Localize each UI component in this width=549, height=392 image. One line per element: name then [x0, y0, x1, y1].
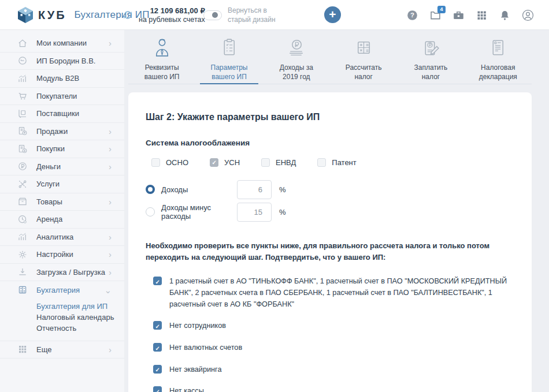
confirm-item-no-employees[interactable]: Нет сотрудников: [146, 320, 514, 332]
design-toggle-label: Вернуться в старый дизайн: [228, 6, 276, 24]
bell-icon[interactable]: [499, 9, 511, 21]
refresh-icon[interactable]: [123, 10, 133, 20]
checkbox-no-cash-register[interactable]: [153, 386, 162, 392]
tools-icon: [17, 179, 28, 189]
rate-row-income: Доходы %: [146, 180, 514, 199]
chevron-right-icon: ›: [109, 233, 112, 241]
sidebar-item-accounting[interactable]: Бухгалтерия⌄: [0, 281, 124, 299]
main-content: Реквизиты вашего ИП Параметры вашего ИП …: [124, 30, 549, 392]
user-avatar-icon[interactable]: [522, 9, 534, 21]
chevron-down-icon: ⌄: [104, 286, 112, 294]
tax-system-label: Система налогооблажения: [146, 139, 514, 147]
checkbox-no-acquiring[interactable]: [153, 365, 162, 374]
help-icon[interactable]: ?: [406, 9, 418, 21]
sidebar-item-services[interactable]: Услуги: [0, 176, 124, 193]
sidebar: Мои компании› ИП Бородин В.В. Модуль B2B…: [0, 30, 124, 392]
logo-text: КУБ: [38, 9, 66, 22]
sidebar-item-company[interactable]: ИП Бородин В.В.: [0, 53, 124, 70]
declaration-icon: [487, 37, 509, 58]
checkbox-patent[interactable]: [317, 158, 326, 167]
documents-icon[interactable]: 4: [429, 9, 442, 21]
document-down-icon: [17, 144, 28, 154]
tax-system-options: ОСНО УСН ЕНВД Патент: [146, 158, 514, 167]
sidebar-item-rent[interactable]: Аренда: [0, 211, 124, 229]
confirm-item-no-acquiring[interactable]: Нет эквайринга: [146, 364, 514, 376]
briefcase-icon[interactable]: [452, 9, 465, 21]
home-icon: [17, 38, 28, 48]
percent-sign: %: [279, 185, 286, 194]
rate-input-income[interactable]: [237, 180, 272, 199]
dolly-icon: [17, 109, 28, 119]
sidebar-item-b2b[interactable]: Модуль B2B: [0, 70, 124, 88]
sidebar-item-settings[interactable]: Настройки›: [0, 246, 124, 264]
checkbox-bank-accounts[interactable]: [153, 277, 162, 285]
documents-badge: 4: [437, 6, 446, 13]
tax-option-envd[interactable]: ЕНВД: [255, 158, 296, 167]
confirm-item-no-currency-accounts[interactable]: Нет валютных счетов: [146, 342, 514, 354]
tab-calculate-tax[interactable]: Рассчитать налог: [330, 30, 397, 84]
checklist-icon: [218, 37, 240, 58]
sidebar-item-analytics[interactable]: Аналитика›: [0, 229, 124, 247]
confirm-item-no-cash-register[interactable]: Нет кассы: [146, 386, 514, 392]
wizard-tabs: Реквизиты вашего ИП Параметры вашего ИП …: [128, 30, 532, 84]
clock-icon: [17, 214, 28, 225]
submenu-item-reporting[interactable]: Отчетность: [36, 323, 124, 334]
sidebar-item-money[interactable]: Деньги›: [0, 158, 124, 176]
submenu-item-tax-calendar[interactable]: Налоговый календарь: [36, 312, 124, 323]
rate-label-income-minus-expenses: Доходы минус расходы: [161, 203, 237, 221]
step-title: Шаг 2: Укажите параметры вашего ИП: [146, 112, 514, 122]
tab-pay-tax[interactable]: Заплатить налог: [397, 30, 464, 84]
toggle-switch[interactable]: [203, 10, 222, 20]
balance-widget: 12 109 681,00 ₽ на рублевых счетах: [123, 0, 205, 30]
tab-requisites[interactable]: Реквизиты вашего ИП: [128, 30, 195, 84]
checkbox-osno[interactable]: [151, 158, 160, 167]
sidebar-item-suppliers[interactable]: Поставщики: [0, 105, 124, 123]
calculator-icon: [17, 285, 28, 295]
confirm-checklist: 1 расчетный счет в АО "ТИНЬКОФФ БАНК", 1…: [146, 276, 514, 392]
download-icon: [17, 267, 28, 277]
rate-label-income: Доходы: [161, 185, 237, 194]
tax-option-patent[interactable]: Патент: [311, 158, 356, 167]
sidebar-item-customers[interactable]: Покупатели: [0, 88, 124, 106]
sidebar-item-purchases[interactable]: Покупки›: [0, 140, 124, 158]
bar-chart-icon: [17, 73, 28, 84]
checkbox-no-employees[interactable]: [153, 321, 162, 330]
chevron-right-icon: ›: [109, 250, 112, 259]
chevron-right-icon: ›: [109, 144, 112, 153]
tab-parameters[interactable]: Параметры вашего ИП: [195, 30, 262, 84]
income-icon: [285, 37, 307, 58]
checkbox-no-currency-accounts[interactable]: [153, 343, 162, 352]
chevron-right-icon: ›: [109, 197, 112, 206]
percent-sign: %: [279, 208, 286, 216]
cube-logo-icon: [17, 6, 34, 24]
rate-input-income-minus-expenses[interactable]: [237, 203, 272, 222]
submenu-item-accounting-ip[interactable]: Бухгалтерия для ИП: [36, 301, 124, 312]
checkbox-usn[interactable]: [210, 158, 218, 167]
sidebar-item-import-export[interactable]: Загрузка / Выгрузка›: [0, 264, 124, 282]
chevron-right-icon: ›: [109, 39, 112, 47]
tab-tax-declaration[interactable]: Налоговая декларация: [465, 30, 532, 84]
radio-income[interactable]: [146, 185, 155, 194]
checkbox-envd[interactable]: [261, 158, 270, 167]
toggle-knob: [212, 12, 218, 18]
confirm-item-bank-accounts[interactable]: 1 расчетный счет в АО "ТИНЬКОФФ БАНК", 1…: [146, 276, 514, 310]
person-icon: [151, 37, 173, 58]
tax-option-usn[interactable]: УСН: [204, 158, 240, 167]
svg-text:?: ?: [410, 12, 414, 18]
calc-icon: [353, 37, 374, 58]
accounting-submenu: Бухгалтерия для ИП Налоговый календарь О…: [0, 299, 124, 341]
radio-income-minus-expenses[interactable]: [146, 207, 155, 216]
apps-grid-icon[interactable]: [476, 9, 488, 21]
sidebar-item-sales[interactable]: Продажи›: [0, 123, 124, 141]
ruble-circle-icon: [17, 161, 28, 171]
cart-icon: [17, 91, 28, 101]
sidebar-item-more[interactable]: Еще›: [0, 341, 124, 359]
sidebar-item-goods[interactable]: Товары›: [0, 193, 124, 211]
design-toggle[interactable]: Вернуться в старый дизайн: [203, 0, 276, 30]
add-button[interactable]: +: [324, 6, 341, 23]
top-bar: КУБ Бухгалтерия ИП 12 109 681,00 ₽ на ру…: [0, 0, 549, 30]
sidebar-item-my-companies[interactable]: Мои компании›: [0, 35, 124, 53]
balance-amount: 12 109 681,00 ₽: [139, 6, 205, 15]
tab-income-2019[interactable]: Доходы за 2019 год: [263, 30, 330, 84]
tax-option-osno[interactable]: ОСНО: [146, 158, 188, 167]
